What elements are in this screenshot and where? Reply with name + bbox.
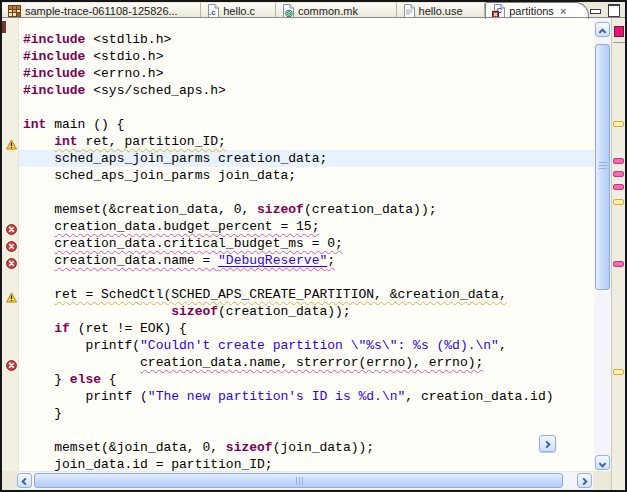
code-line <box>19 269 594 286</box>
code-line: #include <sys/sched_aps.h> <box>19 82 594 99</box>
warning-icon[interactable] <box>6 136 17 147</box>
error-icon[interactable] <box>6 255 17 266</box>
vertical-scrollbar-thumb[interactable] <box>595 44 610 290</box>
tab-bar-underline <box>2 17 625 18</box>
tab-label: partitions <box>509 5 554 17</box>
code-line: creation_data.name = "DebugReserve"; <box>19 252 594 269</box>
code-line: join_data.id = partition_ID; <box>19 456 594 471</box>
code-line: creation_data.critical_budget_ms = 0; <box>19 235 594 252</box>
scroll-up-button[interactable] <box>595 22 610 37</box>
code-line: printf("Couldn't create partition \"%s\"… <box>19 337 594 354</box>
scroll-right-button[interactable] <box>577 473 592 488</box>
tab-bar: sample-trace-061108-125826... .c hello.c… <box>2 2 625 18</box>
code-line: ret = SchedCtl(SCHED_APS_CREATE_PARTITIO… <box>19 286 594 303</box>
svg-text:.c: .c <box>209 8 216 17</box>
code-line: memset(&creation_data, 0, sizeof(creatio… <box>19 201 594 218</box>
chevron-up-icon <box>598 21 607 39</box>
error-marker[interactable] <box>613 184 624 190</box>
code-editor[interactable]: #include <stdlib.h>#include <stdio.h>#in… <box>18 18 594 471</box>
editor-window: sample-trace-061108-125826... .c hello.c… <box>0 0 627 492</box>
code-line: sched_aps_join_parms join_data; <box>19 167 594 184</box>
tab-label: hello.c <box>223 5 255 17</box>
code-lines: #include <stdlib.h>#include <stdio.h>#in… <box>19 31 594 471</box>
tab-common-mk[interactable]: common.mk <box>276 3 397 18</box>
horizontal-scrollbar-thumb[interactable] <box>34 473 563 488</box>
window-border-left <box>0 0 2 492</box>
window-border-top <box>0 0 627 2</box>
error-icon[interactable] <box>6 238 17 249</box>
code-line: #include <stdio.h> <box>19 48 594 65</box>
next-annotation-button[interactable] <box>539 435 556 452</box>
chevron-left-icon <box>21 472 28 490</box>
close-tab-icon[interactable]: × <box>560 6 566 16</box>
minimize-icon[interactable] <box>589 4 601 14</box>
maximize-icon[interactable] <box>607 4 619 14</box>
horizontal-scrollbar[interactable] <box>2 471 594 490</box>
code-line <box>19 99 594 116</box>
code-line: creation_data.name, strerror(errno), err… <box>19 354 594 371</box>
chevron-right-icon <box>544 435 551 453</box>
scroll-down-button[interactable] <box>595 455 610 470</box>
warning-icon[interactable] <box>6 289 17 300</box>
code-line: sched_aps_join_parms creation_data; <box>19 150 594 167</box>
trace-icon <box>8 5 21 17</box>
error-marker[interactable] <box>613 171 624 177</box>
range-indicator <box>2 21 6 33</box>
error-icon[interactable] <box>6 357 17 368</box>
code-line: memset(&join_data, 0, sizeof(join_data))… <box>19 439 594 456</box>
code-line: #include <errno.h> <box>19 65 594 82</box>
text-file-icon <box>403 4 415 18</box>
code-line: } else { <box>19 371 594 388</box>
code-line <box>19 422 594 439</box>
code-line: int ret, partition_ID; <box>19 133 594 150</box>
vertical-scrollbar[interactable] <box>594 18 611 471</box>
view-buttons <box>589 4 619 14</box>
tab-label: common.mk <box>298 5 358 17</box>
c-file-error-icon: C <box>492 4 505 18</box>
code-line: int main () { <box>19 116 594 133</box>
c-file-icon: .c <box>207 4 219 18</box>
code-line <box>19 184 594 201</box>
code-line: } <box>19 405 594 422</box>
code-line: #include <stdlib.h> <box>19 31 594 48</box>
thumb-grip <box>599 162 607 171</box>
code-line: creation_data.budget_percent = 15; <box>19 218 594 235</box>
code-line: sizeof(creation_data)); <box>19 303 594 320</box>
error-icon[interactable] <box>6 221 17 232</box>
warning-marker[interactable] <box>613 121 624 127</box>
tab-sample-trace-061108-125826[interactable]: sample-trace-061108-125826... <box>2 3 201 18</box>
makefile-icon <box>282 4 294 18</box>
error-indicator[interactable] <box>614 26 624 37</box>
error-marker[interactable] <box>613 261 624 267</box>
warning-marker[interactable] <box>613 199 624 205</box>
tab-hello-c[interactable]: .c hello.c <box>201 3 276 18</box>
error-marker[interactable] <box>613 158 624 164</box>
overview-ruler[interactable] <box>611 18 625 490</box>
tab-label: hello.use <box>419 5 463 17</box>
annotation-ruler[interactable] <box>2 18 18 471</box>
code-line: printf ("The new partition's ID is %d.\n… <box>19 388 594 405</box>
chevron-right-icon <box>581 472 588 490</box>
warning-marker[interactable] <box>613 369 624 375</box>
thumb-grip <box>296 477 305 485</box>
tab-label: sample-trace-061108-125826... <box>25 5 178 17</box>
tab-hello-use[interactable]: hello.use <box>397 3 486 18</box>
scroll-left-button[interactable] <box>17 473 32 488</box>
overview-ruler-separator <box>613 42 625 43</box>
chevron-down-icon <box>598 454 607 472</box>
code-line: if (ret != EOK) { <box>19 320 594 337</box>
